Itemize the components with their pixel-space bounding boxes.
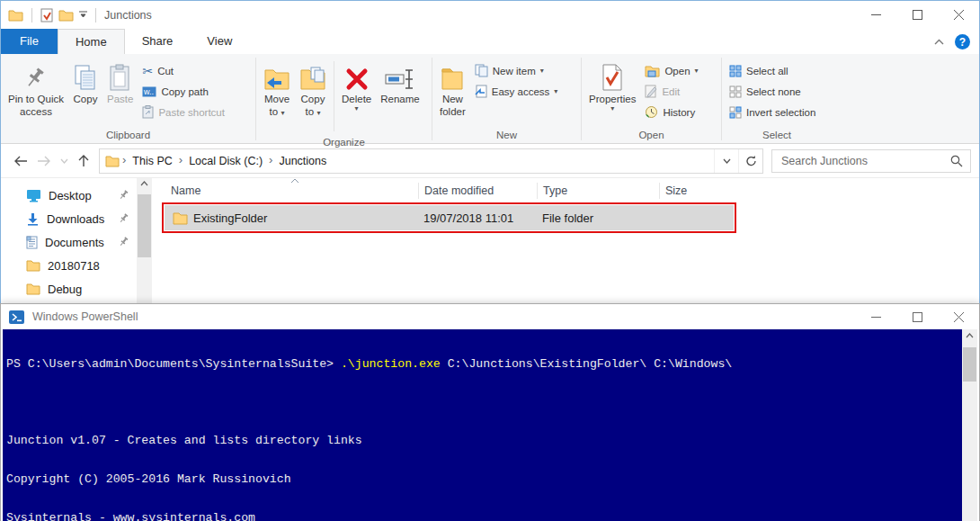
edit-button[interactable]: Edit <box>640 81 702 102</box>
forward-button[interactable] <box>32 149 56 173</box>
sidebar-item-desktop[interactable]: Desktop <box>2 184 137 207</box>
sidebar-item-downloads[interactable]: Downloads <box>2 207 137 230</box>
sidebar-item-documents[interactable]: Documents <box>2 230 137 254</box>
column-header-date-modified[interactable]: Date modified <box>418 183 537 199</box>
tab-share[interactable]: Share <box>125 29 191 54</box>
search-input[interactable] <box>780 154 950 168</box>
select-none-button[interactable]: Select none <box>725 81 820 102</box>
copy-to-button[interactable]: Copy to ▾ <box>295 58 331 119</box>
properties-button[interactable]: Properties ▾ <box>584 58 640 113</box>
paste-shortcut-button[interactable]: Paste shortcut <box>138 102 229 122</box>
breadcrumb-local-disk[interactable]: Local Disk (C:) <box>185 155 266 167</box>
copy-path-button[interactable]: w.. Copy path <box>138 81 229 102</box>
paste-button[interactable]: Paste <box>102 58 138 106</box>
close-button[interactable] <box>938 1 979 29</box>
svg-text:w..: w.. <box>143 87 154 96</box>
invert-selection-icon <box>729 106 742 119</box>
column-header-type[interactable]: Type <box>537 183 659 199</box>
new-folder-button[interactable]: New folder <box>435 58 470 119</box>
console-scrollbar[interactable] <box>962 329 977 521</box>
scrollbar-thumb[interactable] <box>138 194 151 257</box>
console-output[interactable]: PS C:\Users\admin\Documents\Sysinternals… <box>3 329 962 521</box>
new-folder-icon <box>440 58 465 91</box>
invert-selection-button[interactable]: Invert selection <box>725 102 820 122</box>
close-button[interactable] <box>938 304 979 329</box>
scroll-up-icon[interactable] <box>137 181 152 186</box>
downloads-icon <box>26 212 40 226</box>
scrollbar-thumb[interactable] <box>963 347 976 382</box>
chevron-right-icon: › <box>176 153 185 166</box>
dropdown-caret: ▾ <box>316 109 320 117</box>
powershell-window: Windows PowerShell PS C:\Users\admin\Doc… <box>0 303 980 521</box>
edit-icon <box>645 85 657 98</box>
folder-icon <box>26 259 40 272</box>
folder-icon <box>8 8 23 22</box>
scroll-up-icon[interactable] <box>962 329 977 338</box>
up-button[interactable] <box>72 149 95 173</box>
banner-line: Sysinternals - www.sysinternals.com <box>6 512 962 521</box>
move-to-button[interactable]: Move to ▾ <box>259 58 295 119</box>
minimize-button[interactable] <box>855 304 896 329</box>
cut-button[interactable]: ✂ Cut <box>138 60 229 81</box>
paste-shortcut-icon <box>142 105 154 119</box>
search-icon[interactable] <box>950 155 963 167</box>
select-all-button[interactable]: Select all <box>725 60 820 81</box>
explorer-titlebar: Junctions <box>1 1 979 29</box>
pin-to-quick-access-button[interactable]: Pin to Quick access <box>4 58 68 119</box>
ribbon: Pin to Quick access Copy Paste <box>1 54 979 144</box>
breadcrumb-this-pc[interactable]: This PC <box>129 155 175 167</box>
easy-access-button[interactable]: Easy access ▾ <box>470 81 563 102</box>
dropdown-caret: ▾ <box>695 67 699 75</box>
column-header-size[interactable]: Size <box>659 183 745 199</box>
group-label-clipboard: Clipboard <box>1 128 255 143</box>
back-button[interactable] <box>9 149 32 173</box>
minimize-ribbon-icon[interactable] <box>934 39 944 45</box>
delete-button[interactable]: Delete ▾ <box>337 58 376 113</box>
maximize-button[interactable] <box>896 1 938 29</box>
folder-icon <box>105 155 120 167</box>
table-row-existingfolder[interactable]: ExistingFolder 19/07/2018 11:01 File fol… <box>165 205 734 230</box>
address-bar[interactable]: › This PC › Local Disk (C:) › Junctions <box>99 148 763 174</box>
history-button[interactable]: History <box>640 102 702 122</box>
ribbon-group-organize: Move to ▾ Copy to ▾ Delete ▾ <box>256 55 432 143</box>
address-band: › This PC › Local Disk (C:) › Junctions <box>1 144 979 178</box>
divider <box>31 8 32 22</box>
easy-access-icon <box>475 85 487 98</box>
command-args: C:\Junctions\ExistingFolder\ C:\Windows\ <box>441 357 732 371</box>
search-box[interactable] <box>771 149 971 173</box>
minimize-button[interactable] <box>855 1 896 29</box>
ribbon-group-new: New folder New item ▾ <box>432 55 581 143</box>
refresh-button[interactable] <box>738 149 762 173</box>
sidebar-item-debug[interactable]: Debug <box>2 277 137 301</box>
sidebar-item-20180718[interactable]: 20180718 <box>2 254 137 277</box>
prompt-text: PS C:\Users\admin\Documents\Sysinternals… <box>6 357 341 371</box>
pin-icon <box>24 58 48 91</box>
powershell-icon <box>9 310 24 324</box>
copy-button[interactable]: Copy <box>68 58 102 106</box>
folder-icon <box>26 283 40 295</box>
rename-icon <box>385 58 415 91</box>
group-label-new: New <box>432 128 581 143</box>
address-dropdown-button[interactable] <box>714 149 738 173</box>
ribbon-tab-bar: File Home Share View ? <box>1 29 979 54</box>
column-header-name[interactable]: Name <box>165 183 418 199</box>
help-icon[interactable]: ? <box>955 34 970 49</box>
file-name: ExistingFolder <box>193 211 267 225</box>
new-item-button[interactable]: New item ▾ <box>470 60 563 81</box>
new-folder-icon[interactable] <box>58 8 74 22</box>
select-all-icon <box>729 65 742 77</box>
select-none-icon <box>729 85 742 98</box>
properties-icon[interactable] <box>40 8 53 22</box>
recent-locations-button[interactable] <box>56 149 72 173</box>
customize-toolbar-icon[interactable] <box>79 11 87 19</box>
window-title: Junctions <box>104 9 152 22</box>
pin-icon <box>120 213 129 223</box>
dropdown-caret: ▾ <box>540 67 544 75</box>
open-button[interactable]: Open ▾ <box>640 60 702 81</box>
tab-view[interactable]: View <box>190 29 249 54</box>
rename-button[interactable]: Rename <box>376 58 423 106</box>
tab-file[interactable]: File <box>1 29 58 54</box>
maximize-button[interactable] <box>896 304 938 329</box>
tab-home[interactable]: Home <box>58 29 125 54</box>
breadcrumb-junctions[interactable]: Junctions <box>275 155 330 167</box>
